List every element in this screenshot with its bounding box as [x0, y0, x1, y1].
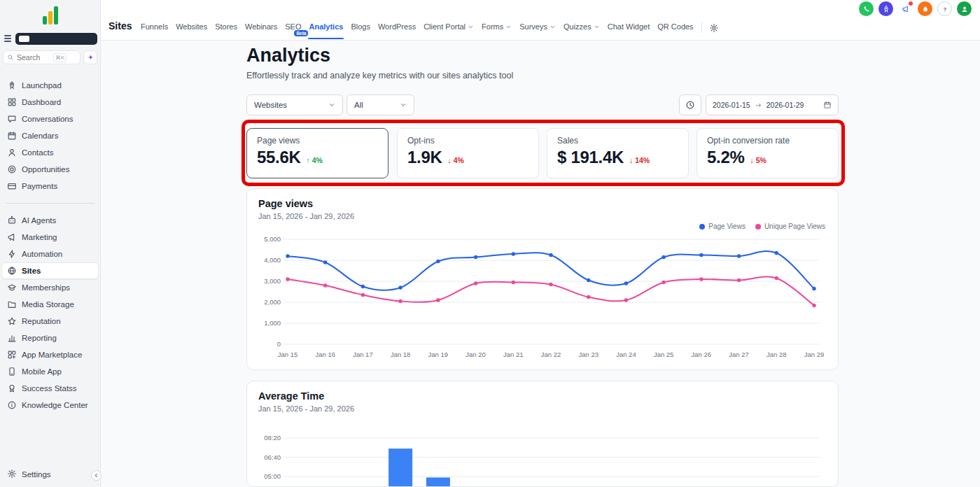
- legend-item-unique-page-views[interactable]: Unique Page Views: [755, 223, 825, 230]
- payments-icon: [7, 181, 17, 191]
- sidebar-item-sites[interactable]: Sites: [1, 262, 99, 279]
- history-clock-button[interactable]: [679, 94, 701, 115]
- sidebar-item-marketing[interactable]: Marketing: [1, 229, 99, 246]
- account-switcher[interactable]: [15, 33, 97, 45]
- tab-qr-codes[interactable]: QR Codes: [657, 22, 694, 41]
- search-icon: [7, 54, 14, 61]
- sidebar-collapse-button[interactable]: [91, 470, 102, 481]
- page-views-line-chart: 01,0002,0003,0004,0005,000Jan 15Jan 16Ja…: [253, 231, 830, 362]
- sidebar-item-conversations[interactable]: Conversations: [1, 111, 99, 127]
- sidebar-item-label: Marketing: [22, 233, 57, 241]
- sidebar-item-label: Memberships: [22, 283, 70, 292]
- tab-forms[interactable]: Forms: [481, 22, 512, 41]
- svg-text:08:20: 08:20: [264, 434, 281, 442]
- sites-settings-gear-icon[interactable]: [709, 23, 719, 41]
- sidebar-item-ai-agents[interactable]: AI Agents: [1, 212, 99, 229]
- tab-quizzes[interactable]: Quizzes: [563, 22, 601, 41]
- tab-webinars[interactable]: Webinars: [244, 22, 278, 41]
- tab-wordpress[interactable]: WordPress: [377, 22, 416, 41]
- sidebar-item-opportunities[interactable]: Opportunities: [1, 161, 99, 178]
- sidebar-item-success-stats[interactable]: Success Statss: [1, 380, 99, 397]
- tab-label: Blogs: [351, 22, 370, 31]
- sidebar-item-label: AI Agents: [22, 216, 56, 225]
- sidebar-item-launchpad[interactable]: Launchpad: [1, 77, 99, 94]
- sidebar-item-label: Dashboard: [22, 98, 61, 106]
- help-icon: ?: [941, 5, 949, 13]
- tab-blogs[interactable]: Blogs: [350, 22, 371, 41]
- sidebar-item-settings[interactable]: Settings: [1, 466, 99, 483]
- metric-card-opt-in-conversion-rate[interactable]: Opt-in conversion rate5.2%↓ 5%: [696, 128, 839, 178]
- arrow-right-icon: [755, 101, 762, 109]
- gear-icon: [7, 469, 17, 479]
- tab-surveys[interactable]: Surveys: [519, 22, 556, 41]
- tab-label: Analytics: [309, 22, 343, 31]
- svg-text:Jan 23: Jan 23: [578, 351, 598, 358]
- page-views-chart-card: Page views Jan 15, 2026 - Jan 29, 2026 P…: [246, 188, 839, 370]
- badge-icon: [7, 383, 17, 393]
- sidebar-item-memberships[interactable]: Memberships: [1, 279, 99, 296]
- sidebar-item-knowledge-center[interactable]: Knowledge Center: [1, 397, 99, 414]
- page-section-title: Sites: [108, 20, 132, 31]
- launcher-button[interactable]: [878, 1, 893, 16]
- site-filter-dropdown[interactable]: All: [346, 94, 414, 115]
- automation-icon: [7, 249, 17, 259]
- sidebar-item-app-marketplace[interactable]: App Marketplace: [1, 346, 99, 363]
- metric-card-sales[interactable]: Sales$ 191.4K↓ 14%: [547, 128, 689, 178]
- hamburger-menu-icon[interactable]: [3, 34, 13, 43]
- tab-analytics[interactable]: Analytics: [308, 22, 344, 41]
- header: Sites FunnelsWebsitesStoresWebinarsSEOBe…: [101, 0, 980, 41]
- svg-text:Jan 19: Jan 19: [428, 351, 449, 358]
- legend-item-page-views[interactable]: Page Views: [699, 223, 746, 230]
- tab-seo[interactable]: SEOBeta: [284, 22, 302, 41]
- help-button[interactable]: ?: [937, 1, 952, 16]
- sidebar-item-label: App Marketplace: [22, 351, 82, 359]
- sparkle-icon[interactable]: [83, 50, 97, 64]
- svg-text:2,000: 2,000: [264, 298, 281, 306]
- metric-delta: ↓ 4%: [448, 156, 464, 164]
- sidebar-item-label: Media Storage: [22, 300, 74, 309]
- sidebar-item-mobile-app[interactable]: Mobile App: [1, 363, 99, 380]
- metric-card-page-views[interactable]: Page views55.6K↑ 4%: [246, 128, 388, 178]
- svg-text:Jan 17: Jan 17: [353, 351, 373, 358]
- svg-text:5,000: 5,000: [264, 235, 281, 243]
- metric-card-opt-ins[interactable]: Opt-ins1.9K↓ 4%: [397, 128, 539, 178]
- chevron-left-icon: [94, 473, 99, 478]
- sidebar-item-contacts[interactable]: Contacts: [1, 144, 99, 161]
- tab-stores[interactable]: Stores: [214, 22, 238, 41]
- mobile-icon: [7, 367, 17, 376]
- date-to-field[interactable]: 2026-01-29: [766, 101, 804, 109]
- legend-label: Unique Page Views: [764, 223, 825, 230]
- search-box[interactable]: ⌘K: [3, 50, 80, 64]
- tab-label: Webinars: [245, 22, 277, 31]
- sidebar-item-calendars[interactable]: Calendars: [1, 127, 99, 144]
- metric-label: Page views: [257, 136, 378, 146]
- sidebar-item-payments[interactable]: Payments: [1, 178, 99, 195]
- chart-icon: [7, 333, 17, 343]
- date-range-picker[interactable]: 2026-01-15 2026-01-29: [706, 94, 839, 115]
- calendar-icon: [7, 131, 17, 141]
- tab-chat-widget[interactable]: Chat Widget: [607, 22, 651, 41]
- sidebar-item-media-storage[interactable]: Media Storage: [1, 296, 99, 313]
- phone-button[interactable]: [859, 1, 874, 16]
- tab-funnels[interactable]: Funnels: [140, 22, 169, 41]
- sidebar-item-label: Sites: [22, 267, 41, 275]
- site-type-value: Websites: [254, 101, 287, 109]
- search-input[interactable]: [17, 53, 50, 62]
- tab-client-portal[interactable]: Client Portal: [423, 22, 475, 41]
- notification-dot: [908, 1, 913, 6]
- sidebar-item-reputation[interactable]: Reputation: [1, 313, 99, 330]
- tab-label: Surveys: [519, 22, 547, 31]
- sidebar-item-automation[interactable]: Automation: [1, 246, 99, 262]
- date-from-field[interactable]: 2026-01-15: [713, 101, 750, 109]
- sidebar-item-label: Contacts: [22, 148, 53, 157]
- sidebar-item-reporting[interactable]: Reporting: [1, 330, 99, 346]
- tab-websites[interactable]: Websites: [175, 22, 208, 41]
- memberships-icon: [7, 283, 17, 292]
- sidebar-item-dashboard[interactable]: Dashboard: [1, 94, 99, 111]
- profile-button[interactable]: [957, 1, 972, 16]
- rewards-button[interactable]: [918, 1, 932, 16]
- svg-text:Jan 18: Jan 18: [391, 351, 411, 358]
- site-type-dropdown[interactable]: Websites: [246, 94, 343, 115]
- chevron-down-icon: [594, 24, 600, 30]
- announcements-button[interactable]: [898, 1, 913, 16]
